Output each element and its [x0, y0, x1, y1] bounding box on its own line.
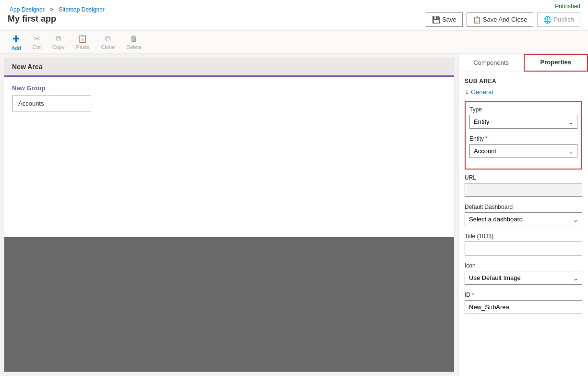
copy-icon: ⧉ — [56, 35, 61, 43]
app-title: My first app — [8, 14, 107, 24]
entity-required-star: * — [485, 135, 488, 142]
save-button[interactable]: 💾 Save — [426, 12, 463, 27]
title-input[interactable] — [465, 242, 582, 255]
tab-components[interactable]: Components — [459, 54, 524, 72]
add-button[interactable]: ✚ Add — [6, 32, 27, 53]
clone-button[interactable]: ⧉ Clone — [96, 33, 121, 52]
clone-label: Clone — [101, 44, 115, 50]
dashboard-select-wrapper: Select a dashboard ⌄ — [465, 212, 582, 226]
panel-content: SUB AREA ⤓ General Type Entity URL Web R… — [459, 72, 588, 376]
group-header[interactable]: New Group — [12, 85, 446, 92]
entity-label: Entity * — [469, 135, 577, 142]
tab-properties[interactable]: Properties — [524, 54, 588, 72]
general-label: General — [471, 88, 493, 96]
icon-select-wrapper: Use Default Image Custom Icon ⌄ — [465, 271, 582, 285]
save-icon: 💾 — [432, 16, 440, 24]
panel-tabs: Components Properties — [459, 54, 588, 72]
area-title: New Area — [12, 63, 42, 71]
entity-select[interactable]: Account Contact Lead Opportunity — [469, 144, 577, 158]
breadcrumb: App Designer > Sitemap Designer — [8, 6, 107, 13]
add-label: Add — [12, 45, 21, 51]
dashboard-field-group: Default Dashboard Select a dashboard ⌄ — [465, 204, 582, 226]
save-label: Save — [442, 16, 456, 23]
right-panel: Components Properties SUB AREA ⤓ General… — [458, 54, 588, 376]
url-field-group: URL — [465, 174, 582, 197]
entity-select-wrapper: Account Contact Lead Opportunity ⌄ — [469, 144, 577, 158]
id-input[interactable] — [465, 300, 582, 314]
url-input[interactable] — [465, 183, 582, 197]
icon-select[interactable]: Use Default Image Custom Icon — [465, 271, 582, 285]
save-close-icon: 📋 — [473, 16, 481, 24]
toolbar: ✚ Add ✂ Cut ⧉ Copy 📋 Paste ⧉ Clone 🗑 Del… — [0, 31, 588, 54]
save-close-button[interactable]: 📋 Save And Close — [467, 12, 534, 27]
dashboard-label: Default Dashboard — [465, 204, 582, 210]
cut-label: Cut — [33, 44, 41, 50]
type-label: Type — [469, 106, 577, 113]
title-field-group: Title (1033) — [465, 233, 582, 255]
icon-label: Icon — [465, 262, 582, 269]
canvas-dark-area — [4, 237, 454, 372]
id-field-group: ID * — [465, 291, 582, 314]
delete-icon: 🗑 — [130, 35, 138, 43]
save-close-label: Save And Close — [483, 16, 528, 23]
publish-button[interactable]: 🌐 Publish — [537, 12, 580, 27]
breadcrumb-sitemap[interactable]: Sitemap Designer — [59, 6, 104, 13]
breadcrumb-separator: > — [50, 6, 53, 13]
published-status: Published — [555, 3, 580, 10]
clone-icon: ⧉ — [105, 35, 110, 43]
copy-button[interactable]: ⧉ Copy — [47, 33, 71, 52]
type-select-wrapper: Entity URL Web Resource Custom Page ⌄ — [469, 115, 577, 129]
title-label: Title (1033) — [465, 233, 582, 240]
id-required-star: * — [472, 291, 474, 298]
paste-label: Paste — [76, 44, 89, 50]
type-entity-box: Type Entity URL Web Resource Custom Page… — [465, 101, 582, 170]
area-header[interactable]: New Area — [4, 58, 454, 77]
breadcrumb-app-designer[interactable]: App Designer — [10, 6, 45, 13]
section-title: SUB AREA — [465, 78, 582, 85]
general-collapsible[interactable]: ⤓ General — [465, 88, 582, 96]
copy-label: Copy — [52, 44, 65, 50]
publish-label: Publish — [553, 16, 574, 23]
canvas-area: New Area New Group Accounts — [4, 58, 455, 372]
delete-label: Delete — [126, 44, 142, 50]
type-select[interactable]: Entity URL Web Resource Custom Page — [469, 115, 577, 129]
cut-button[interactable]: ✂ Cut — [27, 32, 47, 52]
icon-field-group: Icon Use Default Image Custom Icon ⌄ — [465, 262, 582, 285]
dashboard-select[interactable]: Select a dashboard — [465, 212, 582, 226]
paste-icon: 📋 — [78, 34, 87, 43]
type-field-group: Type Entity URL Web Resource Custom Page… — [469, 106, 577, 129]
delete-button[interactable]: 🗑 Delete — [120, 33, 147, 52]
url-label: URL — [465, 174, 582, 181]
entity-field-group: Entity * Account Contact Lead Opportunit… — [469, 135, 577, 158]
cut-icon: ✂ — [34, 34, 40, 43]
add-icon: ✚ — [12, 34, 20, 44]
id-label: ID * — [465, 291, 582, 298]
chevron-down-icon: ⤓ — [465, 89, 469, 95]
paste-button[interactable]: 📋 Paste — [70, 32, 95, 52]
publish-icon: 🌐 — [543, 16, 552, 24]
sub-area-item[interactable]: Accounts — [12, 96, 91, 111]
